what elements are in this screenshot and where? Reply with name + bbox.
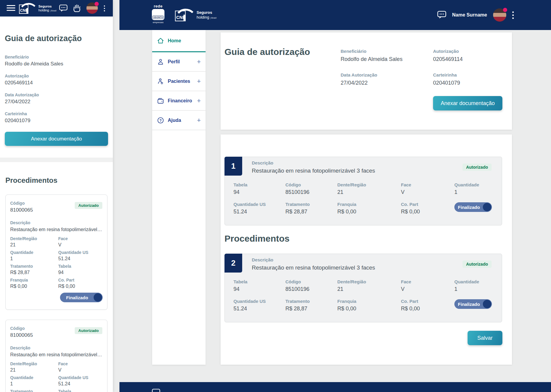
page-title: Guia de autorização: [224, 47, 310, 57]
plus-icon[interactable]: +: [197, 97, 201, 105]
patients-icon: [157, 78, 164, 85]
toggle-knob: [483, 300, 491, 308]
sign-language-icon[interactable]: [73, 4, 81, 13]
section-divider: [0, 158, 113, 162]
field-quantidade-us: Quantidade US51.24: [58, 375, 103, 387]
field-co-part: Co. PartR$ 0,00: [401, 299, 454, 312]
field-tratamento: TratamentoR$ 28,87: [10, 389, 58, 392]
sidebar-item-perfil[interactable]: Perfil +: [152, 52, 206, 72]
field-franquia: FranquiaR$ 0,00: [337, 299, 401, 312]
logo-brasil: | Brasil: [50, 10, 56, 12]
cnp-logo: CNP Seguros holding| Brasil: [19, 2, 56, 14]
sidebar-item-pacientes[interactable]: Pacientes +: [152, 72, 206, 91]
plus-icon[interactable]: +: [197, 58, 201, 66]
field-tabela: Tabela94: [58, 389, 103, 392]
procedure-description: Restauração em resina fotopolimerizável …: [252, 264, 375, 271]
procedure-number: 1: [224, 157, 242, 176]
notification-dot: [503, 8, 507, 12]
logo-seguros: Seguros: [38, 5, 56, 8]
field-beneficiario: BeneficiárioRodolfo de Almeida Sales: [341, 49, 433, 62]
home-icon: [157, 37, 164, 44]
attach-documentation-button[interactable]: Anexar documentação: [433, 96, 502, 110]
chat-icon: [152, 389, 161, 392]
sidebar-item-financeiro[interactable]: Financeiro +: [152, 91, 206, 111]
profile-icon: [157, 58, 164, 65]
field-dente-regiao: Dente/Região21: [10, 361, 58, 373]
field-quantidade: Quantidade1: [454, 279, 495, 292]
kebab-icon[interactable]: [104, 4, 105, 13]
cnp-mark-icon: CNP: [174, 8, 195, 22]
field-data-autorizacao: Data Autorização 27/04/2022: [5, 92, 108, 105]
field-dente-regiao: Dente/Região21: [10, 236, 58, 248]
field-franquia: FranquiaR$ 0,00: [337, 202, 401, 215]
logo-holding: holding: [38, 8, 49, 12]
procedure-card: Autorizado Código 81000065 Descrição Res…: [5, 194, 107, 310]
procedure-item: 2 Descrição Restauração em resina fotopo…: [224, 254, 502, 322]
sidebar: Home Perfil + Pacientes +: [152, 30, 206, 365]
sidebar-item-ajuda[interactable]: ? Ajuda +: [152, 111, 206, 130]
field-quantidade: Quantidade1: [10, 250, 58, 261]
plus-icon[interactable]: +: [197, 77, 201, 85]
desktop-view: rede ODONTO empresas CNP Seguros holding…: [119, 0, 551, 392]
status-badge: Autorizado: [462, 261, 492, 268]
field-tabela: Tabela94: [233, 182, 285, 195]
field-codigo: Código85100196: [285, 182, 337, 195]
field-beneficiario: Beneficiário Rodolfo de Almeida Sales: [5, 55, 108, 67]
desktop-footer: +: [119, 382, 551, 392]
procedures-section: Procedimentos Autorizado Código 81000065…: [0, 176, 113, 392]
field-autorizacao: Autorização0205469114: [433, 49, 511, 62]
field-face: FaceV: [401, 279, 454, 292]
attach-documentation-button[interactable]: Anexar documentação: [5, 132, 108, 146]
avatar[interactable]: [493, 8, 506, 22]
kebab-icon[interactable]: [512, 10, 514, 20]
field-quantidade: Quantidade1: [454, 182, 495, 195]
cnp-logo: CNP Seguros holding| Brasil: [174, 8, 216, 22]
procedure-item: 1 Descrição Restauração em resina fotopo…: [224, 157, 502, 225]
field-tratamento: TratamentoR$ 28,87: [285, 299, 337, 312]
chat-icon[interactable]: [59, 5, 68, 12]
field-dente-regiao: Dente/Região21: [337, 182, 401, 195]
save-button[interactable]: Salvar: [468, 331, 502, 345]
page-title: Guia de autorização: [5, 17, 108, 43]
plus-icon[interactable]: +: [197, 116, 201, 124]
status-badge: Autorizado: [462, 164, 492, 171]
field-carteirinha: Carteirinha 020401079: [5, 111, 108, 124]
field-face: FaceV: [58, 361, 103, 373]
field-tabela: Tabela94: [233, 279, 285, 292]
logo-holding: holding: [197, 15, 209, 20]
toggle-knob: [483, 203, 491, 211]
desktop-header: rede ODONTO empresas CNP Seguros holding…: [119, 0, 551, 30]
finalizado-toggle[interactable]: Finalizado: [454, 299, 492, 309]
procedure-description: Restauração em resina fotopolimerizável …: [252, 167, 375, 174]
procedure-number: 2: [224, 254, 242, 273]
help-icon: ?: [157, 117, 164, 124]
field-face: FaceV: [401, 182, 454, 195]
chat-icon[interactable]: [437, 11, 446, 19]
svg-text:?: ?: [159, 118, 161, 122]
mobile-view: CNP Seguros holding| Brasil: [0, 0, 113, 392]
field-co-part: Co. PartR$ 0,00: [58, 278, 103, 289]
footer-plus-icon[interactable]: +: [533, 389, 537, 392]
field-tratamento: TratamentoR$ 28,87: [285, 202, 337, 215]
field-quantidade-us: Quantidade US51.24: [233, 299, 285, 312]
logo-brasil: | Brasil: [210, 17, 216, 19]
rede-odonto-logo: rede ODONTO empresas: [151, 4, 166, 24]
procedure-card: Autorizado Código 81000065 Descrição Res…: [5, 320, 107, 392]
finalizado-toggle[interactable]: Finalizado: [60, 293, 103, 302]
cnp-mark-icon: CNP: [19, 2, 37, 14]
field-codigo: Código85100196: [285, 279, 337, 292]
finalizado-toggle[interactable]: Finalizado: [454, 202, 492, 212]
menu-icon[interactable]: [7, 5, 15, 12]
field-quantidade-us: Quantidade US51.24: [233, 202, 285, 215]
sidebar-item-home[interactable]: Home: [152, 30, 206, 52]
field-tabela: Tabela94: [58, 264, 103, 275]
field-carteirinha: Carteirinha020401079: [433, 72, 511, 86]
toggle-knob: [94, 293, 102, 302]
field-franquia: FranquiaR$ 0,00: [10, 278, 58, 289]
design-canvas: CNP Seguros holding| Brasil: [0, 0, 551, 392]
procedures-heading: Procedimentos: [224, 234, 290, 244]
procedures-heading: Procedimentos: [5, 176, 107, 185]
authorization-summary: Guia de autorização Beneficiário Rodolfo…: [0, 17, 113, 158]
finance-icon: [157, 97, 164, 104]
avatar[interactable]: [86, 2, 98, 14]
